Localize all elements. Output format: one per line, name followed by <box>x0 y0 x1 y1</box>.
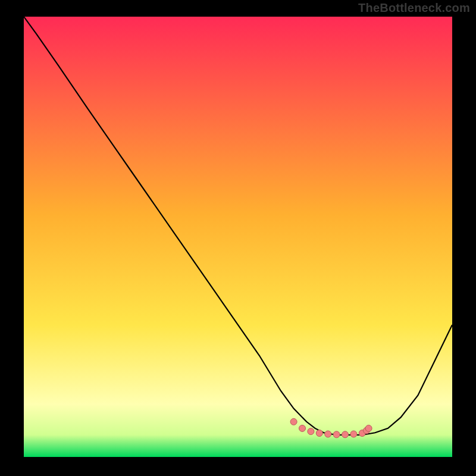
dot <box>316 430 322 437</box>
plot-svg <box>24 17 452 457</box>
dot <box>350 431 357 437</box>
plot-area <box>24 17 452 457</box>
dot <box>299 425 306 431</box>
gradient-background <box>24 17 452 457</box>
figure-root: TheBottleneck.com <box>0 0 476 476</box>
brand-watermark: TheBottleneck.com <box>358 1 470 15</box>
dot <box>308 428 314 435</box>
dot <box>290 418 297 425</box>
dot <box>325 431 331 437</box>
dot <box>333 431 340 438</box>
dot <box>342 431 349 438</box>
dot <box>365 425 372 431</box>
